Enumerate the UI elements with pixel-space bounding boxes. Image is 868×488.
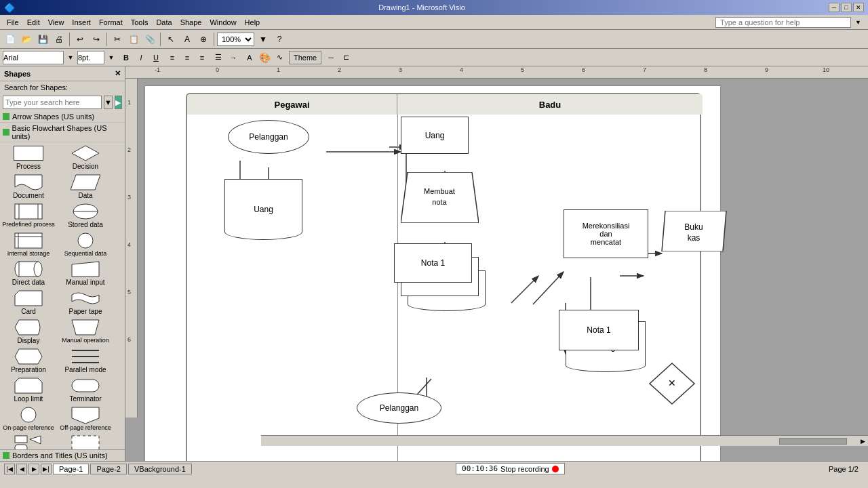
help-button[interactable]: ? [272,32,287,47]
shape-item-card[interactable]: Card [1,289,56,315]
connector-button[interactable]: ⊏ [339,51,353,64]
menu-item-view[interactable]: View [44,17,68,28]
shape-item-looplimit[interactable]: Loop limit [1,376,56,403]
page-tab-1[interactable]: Page-1 [53,464,89,474]
copy-button[interactable]: 📋 [126,32,141,47]
size-dropdown-icon[interactable]: ▼ [106,50,117,65]
shape-nota1-bottom[interactable]: Nota 1 [559,310,639,350]
shape-search-input[interactable] [3,96,102,109]
underline-button[interactable]: U [149,51,163,64]
nav-prev-button[interactable]: ◀ [16,464,27,474]
shape-item-display[interactable]: Display [1,318,56,344]
search-go-button[interactable]: ▶ [115,96,122,109]
menu-item-insert[interactable]: Insert [68,17,95,28]
fill-color-button[interactable]: 🎨 [258,51,271,64]
shape-item-terminator[interactable]: Terminator [58,376,113,403]
menu-item-help[interactable]: Help [241,17,264,28]
shape-membuat-nota[interactable]: Membuatnota [401,172,479,224]
shape-diamond-small[interactable]: ✕ [648,362,696,407]
menu-item-format[interactable]: Format [95,17,127,28]
shape-item-parallel[interactable]: Parallel mode [58,347,113,373]
shape-item-autoheight[interactable]: Auto-height box [58,434,113,449]
shapes-close-button[interactable]: ✕ [115,69,121,78]
shape-item-process[interactable]: Process [1,144,56,170]
text-tool[interactable]: A [180,32,195,47]
shapes-bottom-category[interactable]: Borders and Titles (US units) [0,449,125,461]
italic-button[interactable]: I [134,51,148,64]
nav-last-button[interactable]: ▶| [41,464,52,474]
shape-pelanggan-bottom[interactable]: Pelanggan [357,392,441,424]
undo-button[interactable]: ↩ [73,32,87,47]
shape-pelanggan-top[interactable]: Pelanggan [228,120,309,154]
menu-item-shape[interactable]: Shape [176,17,206,28]
shape-item-papertape[interactable]: Paper tape [58,289,113,315]
align-center-button[interactable]: ≡ [180,51,194,64]
shape-item-offpage[interactable]: Off-page reference [58,405,113,431]
cut-button[interactable]: ✂ [110,32,125,47]
canvas-area[interactable]: -1 0 1 2 3 4 5 6 7 8 9 10 1 2 3 4 5 [125,66,868,461]
hscroll-indicator[interactable]: ▶ [261,435,868,446]
diagram-canvas[interactable]: Pegawai Badu [138,79,868,418]
shape-item-sequential[interactable]: Sequential data [58,231,113,257]
shape-category-arrows[interactable]: Arrow Shapes (US units) [0,111,125,123]
shape-uang-left[interactable]: Uang [224,179,302,240]
shape-item-manual[interactable]: Manual input [58,260,113,286]
shape-item-onpage[interactable]: On-page reference [1,405,56,431]
shape-item-data[interactable]: Data [58,173,113,199]
hscroll-right-arrow[interactable]: ▶ [861,438,865,445]
close-button[interactable]: ✕ [853,3,864,12]
shape-uang-top-right[interactable]: Uang [401,117,469,154]
paste-button[interactable]: 📎 [142,32,157,47]
shape-item-direct[interactable]: Direct data [1,260,56,286]
connect-tool[interactable]: ⊕ [196,32,211,47]
new-button[interactable]: 📄 [3,32,18,47]
shape-category-flowchart[interactable]: Basic Flowchart Shapes (US units) [0,123,125,142]
maximize-button[interactable]: □ [841,3,852,12]
stop-recording-label[interactable]: Stop recording [500,465,549,473]
save-button[interactable]: 💾 [35,32,50,47]
menu-item-file[interactable]: File [3,17,23,28]
indent-button[interactable]: → [226,51,240,64]
page-tab-vbg[interactable]: VBackground-1 [128,464,192,474]
nav-first-button[interactable]: |◀ [4,464,15,474]
line-style-button[interactable]: ─ [324,51,338,64]
shape-item-decision[interactable]: Decision [58,144,113,170]
minimize-button[interactable]: ─ [829,3,840,12]
font-dropdown-icon[interactable]: ▼ [65,50,76,65]
menu-item-data[interactable]: Data [152,17,176,28]
shape-item-stored[interactable]: Stored data [58,202,113,228]
shape-buku-kas[interactable]: Bukukas [658,211,730,253]
help-input[interactable] [715,17,851,28]
align-left-button[interactable]: ≡ [165,51,179,64]
line-color-button[interactable]: ∿ [273,51,286,64]
bold-button[interactable]: B [119,51,133,64]
shape-item-manualop[interactable]: Manual operation [58,318,113,344]
pointer-tool[interactable]: ↖ [163,32,178,47]
hscroll-thumb[interactable] [779,438,847,445]
align-right-button[interactable]: ≡ [195,51,209,64]
font-color-button[interactable]: A [243,51,256,64]
shape-item-predefined[interactable]: Predefined process [1,202,56,228]
menu-item-edit[interactable]: Edit [23,17,44,28]
page-tab-2[interactable]: Page-2 [90,464,126,474]
shape-item-flowchart[interactable]: Flowchart shapes [1,434,56,449]
open-button[interactable]: 📂 [19,32,34,47]
nav-next-button[interactable]: ▶ [28,464,39,474]
list-button[interactable]: ☰ [212,51,225,64]
shape-merekonsiliasi[interactable]: Merekonsiliasidanmencatat [564,209,648,258]
menu-item-tools[interactable]: Tools [127,17,153,28]
redo-button[interactable]: ↪ [89,32,104,47]
shape-nota1-stack[interactable]: Nota 1 [394,243,472,283]
print-button[interactable]: 🖨 [52,32,66,47]
shape-item-document[interactable]: Document [1,173,56,199]
search-dropdown-button[interactable]: ▼ [104,96,113,109]
font-name-input[interactable] [3,51,64,64]
zoom-dropdown[interactable]: ▼ [256,32,271,47]
shape-item-preparation[interactable]: Preparation [1,347,56,373]
theme-button[interactable]: Theme [289,51,321,64]
zoom-select[interactable]: 100% 75% 150% [217,33,254,46]
font-size-input[interactable] [77,51,104,64]
menu-item-window[interactable]: Window [205,17,240,28]
shape-item-internal[interactable]: Internal storage [1,231,56,257]
help-dropdown-icon[interactable]: ▼ [851,18,865,27]
